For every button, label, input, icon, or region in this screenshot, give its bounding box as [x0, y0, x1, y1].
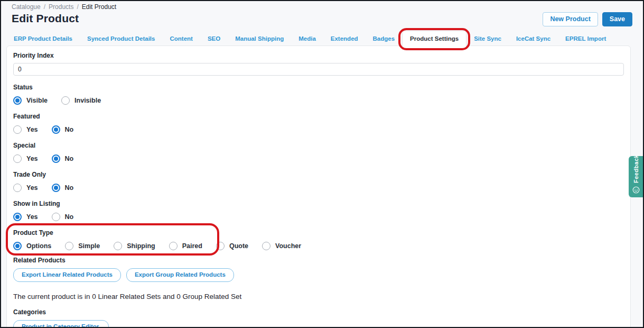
- featured-label: Featured: [13, 113, 624, 120]
- radio-label: Yes: [26, 126, 38, 133]
- page-title: Edit Product: [12, 12, 79, 25]
- product-in-category-editor-button[interactable]: Product in Category Editor.: [13, 320, 109, 328]
- radio-unchecked-icon: [61, 96, 70, 105]
- radio-product-type-voucher[interactable]: Voucher: [262, 242, 301, 250]
- radio-label: Simple: [78, 242, 100, 250]
- radio-show-in-listing-yes[interactable]: Yes: [13, 213, 38, 221]
- breadcrumb-separator: /: [44, 3, 45, 11]
- tab-product-settings-label: Product Settings: [410, 35, 459, 42]
- header-row: Edit Product New Product Save: [12, 12, 632, 26]
- radio-unchecked-icon: [169, 242, 178, 250]
- radio-unchecked-icon: [216, 242, 225, 250]
- radio-unchecked-icon: [114, 242, 122, 250]
- radio-checked-icon: [13, 242, 22, 250]
- product-settings-panel: Priority Index Status Visible Invisible …: [6, 45, 631, 328]
- radio-product-type-options[interactable]: Options: [13, 242, 51, 250]
- tab-manual-shipping[interactable]: Manual Shipping: [228, 31, 291, 47]
- export-linear-related-products-button[interactable]: Export Linear Related Products: [13, 268, 121, 282]
- feedback-label: Feedback: [633, 154, 639, 183]
- priority-index-label: Priority Index: [13, 52, 624, 59]
- radio-product-type-simple[interactable]: Simple: [65, 242, 100, 250]
- breadcrumb-catalogue[interactable]: Catalogue: [12, 3, 41, 11]
- show-in-listing-radio-group: Yes No: [13, 212, 624, 221]
- categories-section: Categories Product in Category Editor.: [13, 308, 624, 328]
- related-products-summary: The current product is in 0 Linear Relat…: [13, 293, 624, 300]
- tab-content[interactable]: Content: [162, 31, 200, 47]
- priority-index-input[interactable]: [13, 63, 624, 76]
- tab-badges[interactable]: Badges: [366, 31, 403, 47]
- radio-checked-icon: [13, 213, 22, 221]
- categories-label: Categories: [13, 308, 624, 316]
- new-product-button[interactable]: New Product: [543, 12, 598, 26]
- radio-product-type-shipping[interactable]: Shipping: [114, 242, 155, 250]
- export-group-related-products-button[interactable]: Export Group Related Products: [126, 268, 234, 282]
- save-button[interactable]: Save: [602, 12, 632, 26]
- radio-checked-icon: [52, 154, 60, 163]
- radio-unchecked-icon: [65, 242, 73, 250]
- tab-eprel-import[interactable]: EPREL Import: [558, 31, 613, 47]
- radio-checked-icon: [13, 96, 22, 105]
- radio-special-yes[interactable]: Yes: [13, 154, 38, 163]
- radio-special-no[interactable]: No: [52, 154, 74, 163]
- tab-icecat-sync[interactable]: IceCat Sync: [509, 31, 558, 47]
- tab-erp-product-details[interactable]: ERP Product Details: [6, 31, 80, 47]
- breadcrumb-products[interactable]: Products: [49, 3, 73, 11]
- radio-unchecked-icon: [13, 154, 22, 163]
- radio-featured-no[interactable]: No: [52, 125, 74, 134]
- status-label: Status: [13, 84, 624, 91]
- tab-bar: ERP Product Details Synced Product Detai…: [6, 31, 638, 47]
- tab-extended[interactable]: Extended: [323, 31, 366, 47]
- radio-label: Shipping: [127, 242, 155, 250]
- related-products-buttons: Export Linear Related Products Export Gr…: [13, 268, 624, 282]
- header-actions: New Product Save: [543, 12, 632, 26]
- trade-only-radio-group: Yes No: [13, 183, 624, 192]
- radio-featured-yes[interactable]: Yes: [13, 125, 38, 134]
- trade-only-label: Trade Only: [13, 171, 624, 178]
- radio-label: Yes: [26, 213, 38, 221]
- radio-label: Voucher: [275, 242, 301, 250]
- tab-product-settings[interactable]: Product Settings: [402, 31, 466, 47]
- product-type-section: Product Type Options Simple Shipping Pai…: [13, 229, 624, 250]
- radio-product-type-quote[interactable]: Quote: [216, 242, 248, 250]
- tab-synced-product-details[interactable]: Synced Product Details: [80, 31, 162, 47]
- radio-label: Visible: [26, 97, 48, 104]
- breadcrumb-edit-product: Edit Product: [82, 3, 116, 11]
- special-section: Special Yes No: [13, 142, 624, 163]
- radio-product-type-paired[interactable]: Paired: [169, 242, 202, 250]
- radio-label: No: [65, 155, 74, 162]
- radio-unchecked-icon: [13, 125, 22, 134]
- tab-media[interactable]: Media: [291, 31, 323, 47]
- featured-section: Featured Yes No: [13, 113, 624, 134]
- radio-label: No: [65, 213, 74, 221]
- radio-label: Invisible: [74, 97, 101, 104]
- trade-only-section: Trade Only Yes No: [13, 171, 624, 192]
- breadcrumb: Catalogue/Products/Edit Product: [12, 3, 116, 11]
- radio-label: Yes: [26, 184, 38, 192]
- radio-label: Quote: [229, 242, 248, 250]
- status-radio-group: Visible Invisible: [13, 96, 624, 105]
- related-products-label: Related Products: [13, 257, 624, 264]
- radio-checked-icon: [52, 125, 60, 134]
- product-type-label: Product Type: [13, 229, 624, 236]
- feedback-tab[interactable]: Feedback: [629, 156, 643, 197]
- featured-radio-group: Yes No: [13, 125, 624, 134]
- radio-label: Yes: [26, 155, 38, 162]
- show-in-listing-section: Show in Listing Yes No: [13, 200, 624, 221]
- radio-status-visible[interactable]: Visible: [13, 96, 48, 105]
- special-label: Special: [13, 142, 624, 149]
- breadcrumb-separator: /: [77, 3, 78, 11]
- status-section: Status Visible Invisible: [13, 84, 624, 105]
- product-type-radio-group: Options Simple Shipping Paired Quote: [13, 241, 624, 250]
- radio-label: Paired: [182, 242, 202, 250]
- related-products-section: Related Products Export Linear Related P…: [13, 257, 624, 300]
- radio-unchecked-icon: [13, 184, 22, 192]
- tab-site-sync[interactable]: Site Sync: [466, 31, 509, 47]
- radio-unchecked-icon: [262, 242, 270, 250]
- smiley-icon: [632, 186, 640, 194]
- radio-trade-only-yes[interactable]: Yes: [13, 184, 38, 192]
- radio-trade-only-no[interactable]: No: [52, 184, 74, 192]
- radio-status-invisible[interactable]: Invisible: [61, 96, 101, 105]
- tab-seo[interactable]: SEO: [200, 31, 228, 47]
- radio-show-in-listing-no[interactable]: No: [52, 213, 74, 221]
- radio-label: Options: [26, 242, 51, 250]
